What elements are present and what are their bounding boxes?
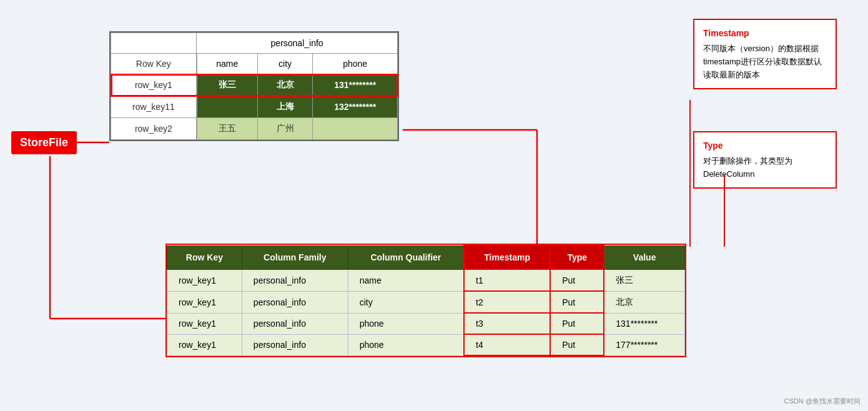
top-table-city-2: 上海 xyxy=(257,96,312,118)
annotation-type-body: 对于删除操作，其类型为DeleteColumn xyxy=(703,155,827,181)
bottom-table-row-2: row_key1 personal_info city t2 Put 北京 xyxy=(167,291,685,313)
top-table-col-city: city xyxy=(257,54,312,74)
bottom-storefile-table: Row Key Column Family Column Qualifier T… xyxy=(167,245,685,356)
bottom-cf-4: personal_info xyxy=(242,334,348,355)
bottom-table-wrapper: Row Key Column Family Column Qualifier T… xyxy=(165,244,686,357)
top-table-rowkey-header: Row Key xyxy=(111,54,197,74)
top-table-col-name: name xyxy=(197,54,258,74)
bottom-cq-4: phone xyxy=(348,334,464,355)
annotation-timestamp-box: Timestamp 不同版本（version）的数据根据timestamp进行区… xyxy=(693,19,837,89)
bottom-cq-3: phone xyxy=(348,313,464,334)
bottom-cf-3: personal_info xyxy=(242,313,348,334)
bottom-cq-1: name xyxy=(348,269,464,291)
top-logical-table: personal_info Row Key name city phone ro… xyxy=(111,32,398,140)
bottom-ts-1: t1 xyxy=(464,269,550,291)
bottom-value-1: 张三 xyxy=(604,269,684,291)
top-table-rowkey-2: row_key11 xyxy=(111,96,197,118)
bottom-cf-2: personal_info xyxy=(242,291,348,313)
bottom-value-2: 北京 xyxy=(604,291,684,313)
bottom-type-2: Put xyxy=(550,291,604,313)
top-table-rowkey-spacer xyxy=(111,33,197,54)
bottom-rowkey-1: row_key1 xyxy=(167,269,242,291)
top-table-phone-1: 131******** xyxy=(313,74,398,96)
bottom-col-type: Type xyxy=(550,245,604,269)
top-table-name-3: 王五 xyxy=(197,118,258,140)
bottom-col-value: Value xyxy=(604,245,684,269)
top-table-row-3: row_key2 王五 广州 xyxy=(111,118,398,140)
watermark: CSDN @鱼找水需要时间 xyxy=(784,397,861,406)
bottom-value-3: 131******** xyxy=(604,313,684,334)
bottom-ts-4: t4 xyxy=(464,334,550,355)
top-table-name-1: 张三 xyxy=(197,74,258,96)
top-table-row-1: row_key1 张三 北京 131******** xyxy=(111,74,398,96)
top-table-col-phone: phone xyxy=(313,54,398,74)
annotation-type-title: Type xyxy=(703,139,827,152)
main-container: StoreFile personal_info Row Key name cit… xyxy=(0,0,868,411)
bottom-rowkey-4: row_key1 xyxy=(167,334,242,355)
bottom-ts-2: t2 xyxy=(464,291,550,313)
top-table-name-2 xyxy=(197,96,258,118)
top-table-rowkey-3: row_key2 xyxy=(111,118,197,140)
bottom-table-row-3: row_key1 personal_info phone t3 Put 131*… xyxy=(167,313,685,334)
bottom-rowkey-3: row_key1 xyxy=(167,313,242,334)
annotation-timestamp-body: 不同版本（version）的数据根据timestamp进行区分读取数据默认读取最… xyxy=(703,42,827,81)
bottom-col-rowkey: Row Key xyxy=(167,245,242,269)
top-table-phone-3 xyxy=(313,118,398,140)
top-table-cf-header: personal_info xyxy=(197,33,398,54)
top-table-rowkey-1: row_key1 xyxy=(111,74,197,96)
bottom-cq-2: city xyxy=(348,291,464,313)
top-table-phone-2: 132******** xyxy=(313,96,398,118)
annotation-timestamp-title: Timestamp xyxy=(703,26,827,40)
bottom-col-ts: Timestamp xyxy=(464,245,550,269)
bottom-cf-1: personal_info xyxy=(242,269,348,291)
storefile-label: StoreFile xyxy=(11,131,77,154)
bottom-col-cf: Column Family xyxy=(242,245,348,269)
top-table-row-2: row_key11 上海 132******** xyxy=(111,96,398,118)
top-table-city-3: 广州 xyxy=(257,118,312,140)
top-table-city-1: 北京 xyxy=(257,74,312,96)
bottom-type-4: Put xyxy=(550,334,604,355)
bottom-ts-3: t3 xyxy=(464,313,550,334)
top-table-wrapper: personal_info Row Key name city phone ro… xyxy=(109,31,399,141)
bottom-type-1: Put xyxy=(550,269,604,291)
annotation-type-box: Type 对于删除操作，其类型为DeleteColumn xyxy=(693,131,837,189)
bottom-table-row-1: row_key1 personal_info name t1 Put 张三 xyxy=(167,269,685,291)
bottom-type-3: Put xyxy=(550,313,604,334)
bottom-value-4: 177******** xyxy=(604,334,684,355)
bottom-table-row-4: row_key1 personal_info phone t4 Put 177*… xyxy=(167,334,685,355)
bottom-col-cq: Column Qualifier xyxy=(348,245,464,269)
bottom-rowkey-2: row_key1 xyxy=(167,291,242,313)
